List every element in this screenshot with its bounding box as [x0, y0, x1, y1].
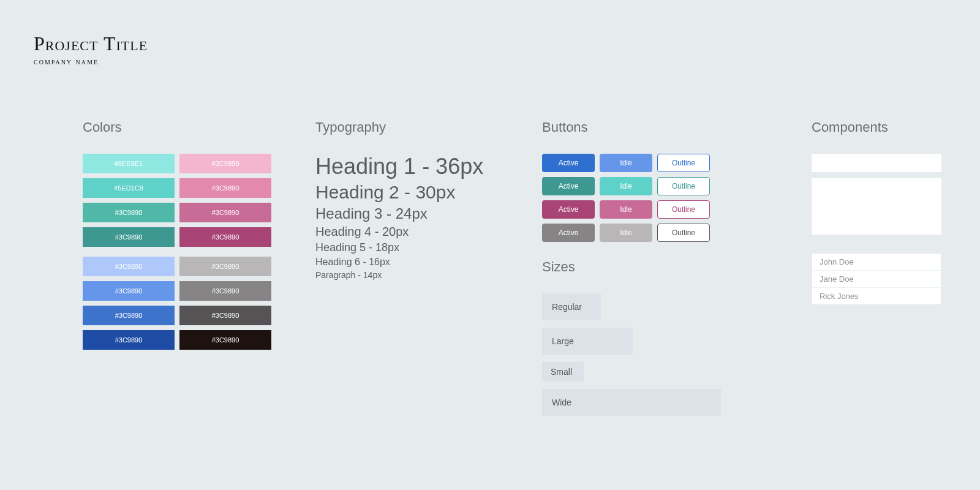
size-wide: Wide — [542, 389, 721, 416]
color-swatch: #3C9890 — [179, 203, 271, 222]
sizes-heading: Sizes — [542, 259, 726, 275]
heading-1-sample: Heading 1 - 36px — [315, 154, 499, 179]
size-small: Small — [542, 362, 584, 382]
color-swatch: #3C9890 — [179, 281, 271, 301]
color-swatch: #3C9890 — [179, 330, 271, 350]
idle-button[interactable]: Idle — [600, 177, 652, 195]
color-swatch: #3C9890 — [179, 227, 271, 247]
outline-button[interactable]: Outline — [657, 224, 710, 242]
color-swatch: #3C9890 — [83, 306, 175, 325]
idle-button[interactable]: Idle — [600, 224, 652, 242]
color-swatch: #3C9890 — [83, 227, 175, 247]
list-item[interactable]: Jane Doe — [812, 271, 941, 288]
color-swatch: #3C9890 — [83, 257, 175, 276]
idle-button[interactable]: Idle — [600, 200, 652, 219]
company-name: company name — [34, 57, 946, 67]
components-section: Components John Doe Jane Doe Rick Jones — [812, 119, 946, 305]
idle-button[interactable]: Idle — [600, 154, 652, 172]
color-swatch: #3C9890 — [179, 257, 271, 276]
size-large: Large — [542, 328, 633, 355]
list: John Doe Jane Doe Rick Jones — [812, 253, 941, 305]
heading-4-sample: Heading 4 - 20px — [315, 225, 499, 239]
textarea[interactable] — [812, 178, 941, 235]
outline-button[interactable]: Outline — [657, 200, 710, 219]
color-swatch: #3C9890 — [179, 154, 271, 173]
color-swatch: #3C9890 — [83, 203, 175, 222]
project-title: Project Title — [34, 34, 946, 53]
color-swatch: #3C9890 — [179, 306, 271, 325]
typography-section: Typography Heading 1 - 36px Heading 2 - … — [315, 119, 499, 282]
typography-heading: Typography — [315, 119, 499, 135]
components-heading: Components — [812, 119, 946, 135]
heading-2-sample: Heading 2 - 30px — [315, 182, 499, 203]
outline-button[interactable]: Outline — [657, 177, 710, 195]
paragraph-sample: Paragraph - 14px — [315, 270, 499, 280]
active-button[interactable]: Active — [542, 154, 595, 172]
text-input[interactable] — [812, 154, 941, 172]
list-item[interactable]: John Doe — [812, 254, 941, 271]
heading-5-sample: Heading 5 - 18px — [315, 241, 499, 254]
color-swatch: #8EE8E1 — [83, 154, 175, 173]
colors-heading: Colors — [83, 119, 273, 135]
heading-6-sample: Heading 6 - 16px — [315, 257, 499, 268]
color-swatch: #5ED1C8 — [83, 178, 175, 198]
active-button[interactable]: Active — [542, 200, 595, 219]
active-button[interactable]: Active — [542, 177, 595, 195]
colors-section: Colors #8EE8E1 #5ED1C8 #3C9890 #3C9890 #… — [83, 119, 273, 360]
size-regular: Regular — [542, 293, 601, 320]
color-swatch: #3C9890 — [83, 330, 175, 350]
buttons-section: Buttons Active Idle Outline Active Idle … — [542, 119, 726, 423]
color-swatch: #3C9890 — [179, 178, 271, 198]
outline-button[interactable]: Outline — [657, 154, 710, 172]
active-button[interactable]: Active — [542, 224, 595, 242]
color-swatch: #3C9890 — [83, 281, 175, 301]
heading-3-sample: Heading 3 - 24px — [315, 205, 499, 222]
buttons-heading: Buttons — [542, 119, 726, 135]
list-item[interactable]: Rick Jones — [812, 288, 941, 304]
